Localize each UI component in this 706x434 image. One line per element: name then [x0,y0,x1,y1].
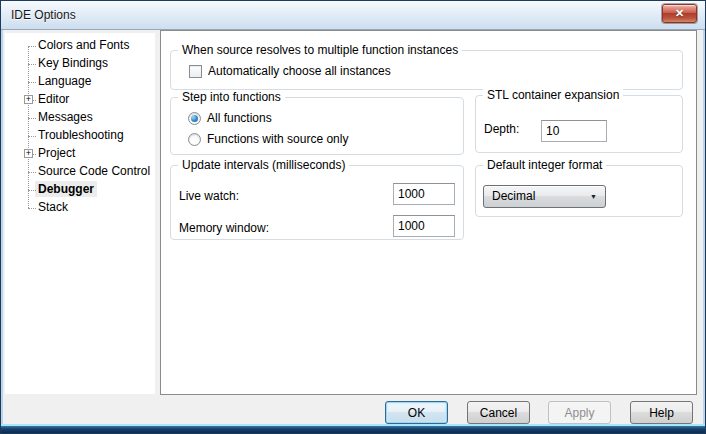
sidebar-item-troubleshooting[interactable]: Troubleshooting [5,127,155,145]
options-tree: Colors and Fonts Key Bindings Language +… [5,33,155,394]
group-title: Default integer format [483,158,606,172]
sidebar-item-project[interactable]: + Project [5,145,155,163]
close-icon: ✕ [675,7,684,19]
sidebar-item-source-code-control[interactable]: Source Code Control [5,163,155,181]
memory-window-label: Memory window: [179,221,269,235]
sidebar-item-messages[interactable]: Messages [5,109,155,127]
debugger-settings-panel: When source resolves to multiple functio… [160,30,697,395]
sidebar-item-colors-and-fonts[interactable]: Colors and Fonts [5,37,155,55]
group-title: Update intervals (milliseconds) [178,158,349,172]
group-stl-container-expansion: STL container expansion Depth: [475,95,683,153]
sidebar-item-stack[interactable]: Stack [5,199,155,217]
radio-label: Functions with source only [207,132,348,146]
apply-button[interactable]: Apply [548,401,611,424]
group-default-integer-format: Default integer format Decimal ▼ [475,165,683,217]
radio-all-functions[interactable] [188,112,201,125]
depth-label: Depth: [484,122,519,136]
group-title: Step into functions [178,90,285,104]
expand-icon[interactable]: + [24,149,33,158]
memory-window-input[interactable] [393,215,455,237]
help-button[interactable]: Help [630,401,693,424]
chevron-down-icon: ▼ [590,187,597,207]
group-step-into-functions: Step into functions All functions Functi… [170,97,464,155]
close-button[interactable]: ✕ [662,4,697,23]
ok-button[interactable]: OK [385,401,448,424]
sidebar-item-editor[interactable]: + Editor [5,91,155,109]
window-bottom-frame [1,424,705,433]
group-title: STL container expansion [483,88,623,102]
radio-functions-with-source-only[interactable] [188,133,201,146]
group-title: When source resolves to multiple functio… [178,43,462,57]
checkbox-label: Automatically choose all instances [208,64,391,78]
integer-format-select[interactable]: Decimal ▼ [483,185,606,208]
auto-choose-instances-checkbox[interactable] [189,65,202,78]
cancel-button[interactable]: Cancel [467,401,530,424]
live-watch-input[interactable] [393,183,455,205]
title-bar: IDE Options ✕ [1,1,705,30]
selected-option: Decimal [492,186,535,207]
window-title: IDE Options [11,1,76,29]
radio-label: All functions [207,111,272,125]
sidebar-item-key-bindings[interactable]: Key Bindings [5,55,155,73]
depth-input[interactable] [541,120,607,142]
group-update-intervals: Update intervals (milliseconds) Live wat… [170,165,464,240]
expand-icon[interactable]: + [24,95,33,104]
group-multiple-instances: When source resolves to multiple functio… [170,50,683,90]
sidebar-item-debugger[interactable]: Debugger [5,181,155,199]
ide-options-dialog: IDE Options ✕ Colors and Fonts Key Bindi… [0,0,706,434]
live-watch-label: Live watch: [179,189,239,203]
sidebar-item-language[interactable]: Language [5,73,155,91]
